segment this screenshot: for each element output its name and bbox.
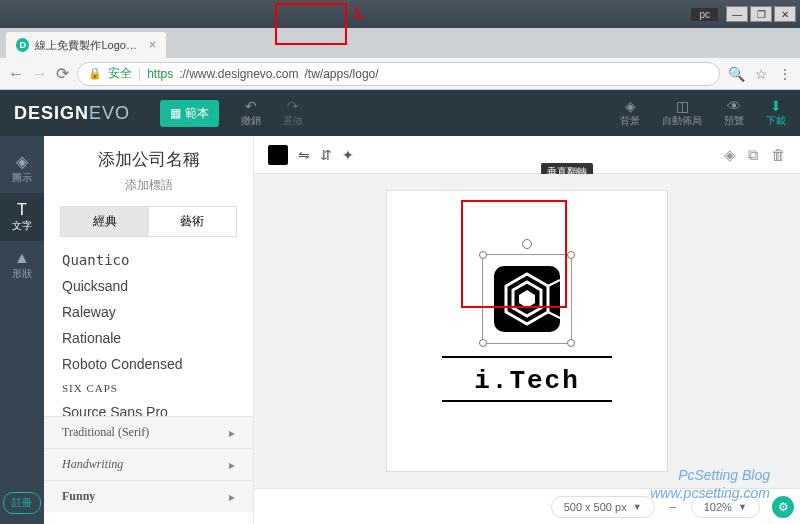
brand-logo[interactable]: DESIGNEVO <box>14 103 130 124</box>
flip-vertical-icon[interactable]: ⇵ <box>320 147 332 163</box>
font-category-serif[interactable]: Traditional (Serif)▸ <box>44 416 253 448</box>
tab-classic[interactable]: 經典 <box>61 207 149 236</box>
delete-icon[interactable]: 🗑 <box>771 146 786 164</box>
color-swatch[interactable] <box>268 145 288 165</box>
download-icon: ⬇ <box>770 98 782 114</box>
font-item[interactable]: Six Caps <box>62 377 235 399</box>
shape-icon: ▲ <box>14 249 30 267</box>
window-maximize[interactable]: ❐ <box>750 6 772 22</box>
text-panel: 添加公司名稱 添加標語 經典 藝術 Quantico Quicksand Ral… <box>44 136 254 524</box>
secure-label: 安全 <box>108 65 132 82</box>
tab-art[interactable]: 藝術 <box>149 207 237 236</box>
download-button[interactable]: ⬇下載 <box>766 98 786 128</box>
eye-icon: 👁 <box>727 98 741 114</box>
window-minimize[interactable]: — <box>726 6 748 22</box>
autolayout-icon: ◫ <box>676 98 689 114</box>
font-item[interactable]: Roboto Condensed <box>62 351 235 377</box>
font-category-handwriting[interactable]: Handwriting▸ <box>44 448 253 480</box>
resize-handle[interactable] <box>567 251 575 259</box>
lock-icon: 🔒 <box>88 67 102 80</box>
logo-divider[interactable] <box>442 400 612 402</box>
preview-button[interactable]: 👁預覽 <box>724 98 744 128</box>
rail-text[interactable]: T文字 <box>0 193 44 241</box>
add-company-name[interactable]: 添加公司名稱 <box>44 148 253 171</box>
chevron-right-icon: ▸ <box>229 458 235 472</box>
nav-back-icon[interactable]: ← <box>8 65 24 83</box>
nav-forward-icon[interactable]: → <box>32 65 48 83</box>
template-button[interactable]: ▦範本 <box>160 100 219 127</box>
undo-icon: ↶ <box>245 98 257 114</box>
menu-icon[interactable]: ⋮ <box>778 66 792 82</box>
background-icon: ◈ <box>625 98 636 114</box>
tab-close-icon[interactable]: × <box>149 38 156 52</box>
url-host: ://www.designevo.com <box>179 67 298 81</box>
register-button[interactable]: 註冊 <box>3 492 41 514</box>
flip-horizontal-icon[interactable]: ⇋ <box>298 147 310 163</box>
browser-tabstrip: D 線上免費製作Logo，定 × <box>0 28 800 58</box>
nav-reload-icon[interactable]: ⟳ <box>56 64 69 83</box>
effects-icon[interactable]: ✦ <box>342 147 354 163</box>
resize-handle[interactable] <box>479 339 487 347</box>
template-icon: ▦ <box>170 106 181 120</box>
annotation-highlight-logo <box>461 200 567 308</box>
star-icon[interactable]: ☆ <box>755 66 768 82</box>
font-item[interactable]: Quantico <box>62 247 235 273</box>
font-item[interactable]: Raleway <box>62 299 235 325</box>
zoom-select[interactable]: 102%▼ <box>691 496 760 518</box>
settings-button[interactable]: ⚙ <box>772 496 794 518</box>
browser-addressbar: ← → ⟳ 🔒 安全 | https://www.designevo.com/t… <box>0 58 800 90</box>
font-item[interactable]: Quicksand <box>62 273 235 299</box>
background-button[interactable]: ◈背景 <box>620 98 640 128</box>
url-protocol: https <box>147 67 173 81</box>
window-pc-label: pc <box>691 8 718 21</box>
logo-text[interactable]: i.Tech <box>474 366 580 396</box>
rail-shape[interactable]: ▲形狀 <box>0 241 44 289</box>
url-path: /tw/apps/logo/ <box>305 67 379 81</box>
undo-button[interactable]: ↶撤銷 <box>241 98 261 128</box>
resize-handle[interactable] <box>567 339 575 347</box>
font-list[interactable]: Quantico Quicksand Raleway Rationale Rob… <box>44 247 253 416</box>
chevron-right-icon: ▸ <box>229 490 235 504</box>
rail-icon[interactable]: ◈圖示 <box>0 144 44 193</box>
redo-icon: ↷ <box>287 98 299 114</box>
chevron-right-icon: ▸ <box>229 426 235 440</box>
zoom-out-button[interactable]: − <box>665 499 681 515</box>
canvas-bottom-bar: 500 x 500 px▼ − 102%▼ + <box>254 488 800 524</box>
font-item[interactable]: Source Sans Pro <box>62 399 235 416</box>
redo-button[interactable]: ↷重做 <box>283 98 303 128</box>
tab-title: 線上免費製作Logo，定 <box>35 38 143 53</box>
side-rail: ◈圖示 T文字 ▲形狀 註冊 <box>0 136 44 524</box>
window-close[interactable]: ✕ <box>774 6 796 22</box>
logo-divider[interactable] <box>442 356 612 358</box>
canvas-size-select[interactable]: 500 x 500 px▼ <box>551 496 655 518</box>
text-icon: T <box>17 201 27 219</box>
annotation-highlight-toolbar <box>275 3 347 45</box>
canvas-area: ⇋ ⇵ ✦ ◈ ⧉ 🗑 垂直翻轉 <box>254 136 800 524</box>
annotation-label-1: 1. <box>353 5 365 21</box>
font-style-tabs: 經典 藝術 <box>60 206 237 237</box>
browser-tab[interactable]: D 線上免費製作Logo，定 × <box>6 32 166 58</box>
layer-icon[interactable]: ◈ <box>724 146 736 164</box>
search-icon[interactable]: 🔍 <box>728 66 745 82</box>
chevron-down-icon: ▼ <box>738 502 747 512</box>
chevron-down-icon: ▼ <box>633 502 642 512</box>
font-category-funny[interactable]: Funny▸ <box>44 480 253 512</box>
add-slogan[interactable]: 添加標語 <box>44 177 253 194</box>
favicon-icon: D <box>16 38 29 52</box>
window-titlebar: pc — ❐ ✕ <box>0 0 800 28</box>
autolayout-button[interactable]: ◫自動佈局 <box>662 98 702 128</box>
copy-icon[interactable]: ⧉ <box>748 146 759 164</box>
gear-icon: ⚙ <box>778 500 789 514</box>
font-item[interactable]: Rationale <box>62 325 235 351</box>
app-header: DESIGNEVO ▦範本 ↶撤銷 ↷重做 ◈背景 ◫自動佈局 👁預覽 ⬇下載 <box>0 90 800 136</box>
diamond-icon: ◈ <box>16 152 28 171</box>
element-toolbar: ⇋ ⇵ ✦ ◈ ⧉ 🗑 <box>254 136 800 174</box>
url-field[interactable]: 🔒 安全 | https://www.designevo.com/tw/apps… <box>77 62 720 86</box>
main-area: ◈圖示 T文字 ▲形狀 註冊 添加公司名稱 添加標語 經典 藝術 Quantic… <box>0 136 800 524</box>
